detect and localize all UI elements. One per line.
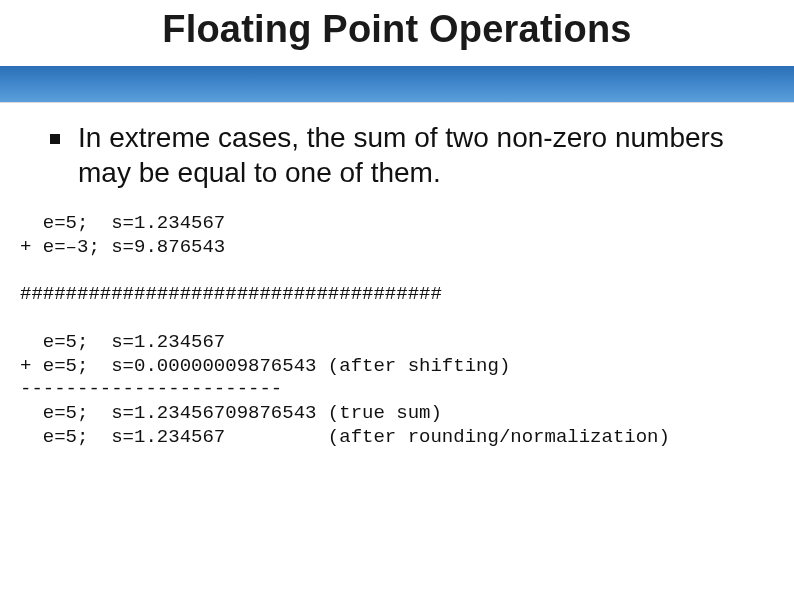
code-separator: ##################################### (20, 283, 442, 305)
square-bullet-icon (50, 134, 60, 144)
code-line: + e=–3; s=9.876543 (20, 236, 225, 258)
code-line: e=5; s=1.234567 (after rounding/normaliz… (20, 426, 670, 448)
slide-title: Floating Point Operations (0, 8, 794, 51)
code-line: e=5; s=1.23456709876543 (true sum) (20, 402, 442, 424)
code-block: e=5; s=1.234567 + e=–3; s=9.876543 #####… (20, 212, 754, 450)
code-dash: ----------------------- (20, 378, 282, 400)
bullet-item: In extreme cases, the sum of two non-zer… (50, 120, 754, 190)
slide-content: In extreme cases, the sum of two non-zer… (50, 120, 754, 450)
slide: Floating Point Operations In extreme cas… (0, 0, 794, 595)
code-line: + e=5; s=0.00000009876543 (after shiftin… (20, 355, 510, 377)
header-band (0, 66, 794, 102)
bullet-text: In extreme cases, the sum of two non-zer… (78, 120, 754, 190)
code-line: e=5; s=1.234567 (20, 212, 225, 234)
code-line: e=5; s=1.234567 (20, 331, 225, 353)
